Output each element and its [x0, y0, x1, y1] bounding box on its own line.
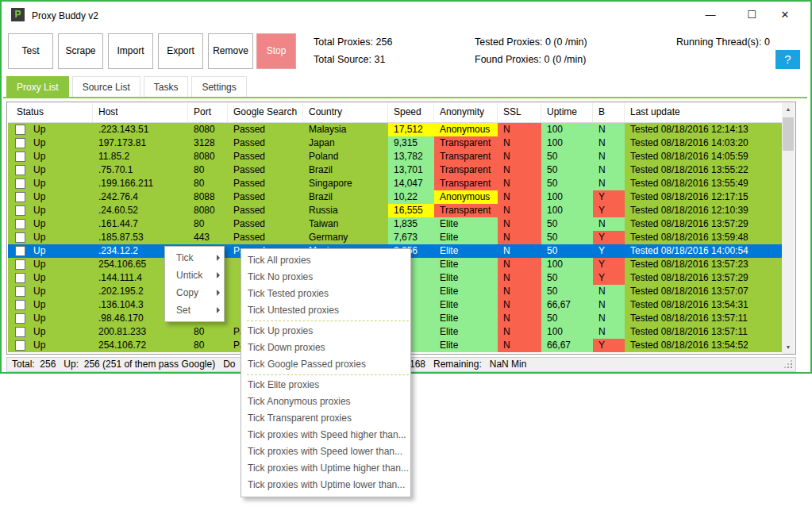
row-checkbox[interactable] — [15, 313, 25, 324]
column-header-host[interactable]: Host — [93, 103, 188, 122]
anonymity-cell: Transparent — [434, 177, 498, 190]
port-cell: 3128 — [188, 136, 228, 150]
column-header-last-update[interactable]: Last update — [625, 103, 783, 122]
row-checkbox[interactable] — [15, 327, 25, 337]
row-checkbox[interactable] — [15, 219, 25, 229]
port-cell: 80 — [188, 217, 228, 231]
country-cell: Brazil — [303, 190, 388, 204]
ssl-cell: N — [498, 244, 541, 258]
column-header-google-search[interactable]: Google Search — [228, 103, 303, 122]
menu-item-set[interactable]: Set — [165, 301, 224, 319]
submenu-item-tick-all-proxies[interactable]: Tick All proxies — [241, 252, 410, 269]
tab-tasks[interactable]: Tasks — [144, 76, 189, 97]
status-cell: Up — [8, 339, 93, 352]
row-checkbox[interactable] — [15, 340, 25, 351]
proxy-row[interactable]: Up.24.60.528080PassedRussia16,555Transpa… — [8, 204, 783, 217]
submenu-item-tick-untested-proxies[interactable]: Tick Untested proxies — [241, 302, 410, 319]
stop-button[interactable]: Stop — [256, 33, 296, 69]
proxy-row[interactable]: Up11.85.28080PassedPoland13,782Transpare… — [8, 150, 783, 163]
submenu-item-tick-proxies-with-speed-higher-than[interactable]: Tick proxies with Speed higher than... — [241, 427, 410, 443]
column-header-uptime[interactable]: Uptime — [541, 103, 593, 122]
tab-source-list[interactable]: Source List — [72, 76, 140, 97]
toolbar-button-test[interactable]: Test — [8, 33, 53, 69]
submenu-item-tick-proxies-with-uptime-lower-than[interactable]: Tick proxies with Uptime lower than... — [241, 477, 410, 493]
scroll-down-arrow[interactable]: ▼ — [782, 341, 795, 354]
proxy-row[interactable]: Up.185.87.53443PassedGermany7,673EliteN5… — [8, 231, 783, 244]
toolbar-button-scrape[interactable]: Scrape — [58, 33, 103, 69]
host-cell: .75.70.1 — [93, 163, 188, 177]
speed-cell: 7,673 — [388, 231, 434, 244]
uptime-cell: 50 — [541, 244, 593, 258]
status-cell: Up — [8, 150, 93, 163]
minimize-button[interactable]: — — [698, 7, 722, 23]
submenu-item-tick-up-proxies[interactable]: Tick Up proxies — [241, 323, 410, 340]
row-checkbox[interactable] — [15, 259, 25, 270]
toolbar-button-remove[interactable]: Remove — [208, 33, 253, 69]
total-source-stat: Total Source: 31 — [314, 54, 385, 65]
submenu-item-tick-down-proxies[interactable]: Tick Down proxies — [241, 340, 410, 356]
submenu-item-tick-google-passed-proxies[interactable]: Tick Google Passed proxies — [241, 356, 410, 373]
row-checkbox[interactable] — [15, 178, 25, 189]
submenu-item-tick-no-proxies[interactable]: Tick No proxies — [241, 269, 410, 286]
help-button[interactable]: ? — [775, 50, 800, 69]
port-cell: 8080 — [188, 150, 228, 163]
row-checkbox[interactable] — [15, 192, 25, 202]
submenu-item-tick-proxies-with-speed-lower-than[interactable]: Tick proxies with Speed lower than... — [241, 443, 410, 460]
last-update-cell: Tested 08/18/2016 13:54:31 — [625, 298, 783, 312]
row-checkbox[interactable] — [15, 246, 25, 256]
row-checkbox[interactable] — [15, 125, 25, 135]
anonymity-cell: Transparent — [434, 204, 498, 217]
submenu-item-tick-proxies-with-uptime-higher-than[interactable]: Tick proxies with Uptime higher than... — [241, 460, 410, 477]
submenu-item-tick-transparent-proxies[interactable]: Tick Transparent proxies — [241, 410, 410, 427]
maximize-button[interactable]: ☐ — [740, 7, 764, 23]
status-label: Up — [33, 258, 45, 271]
proxy-row[interactable]: Up.75.70.180PassedBrazil13,701Transparen… — [8, 163, 783, 177]
anonymity-cell: Elite — [434, 217, 498, 231]
resize-grip[interactable] — [784, 360, 792, 368]
window-title: Proxy Buddy v2 — [32, 10, 98, 21]
host-cell: 200.81.233 — [93, 325, 188, 339]
submenu-item-tick-anonymous-proxies[interactable]: Tick Anonymous proxies — [241, 393, 410, 410]
status-cell: Up — [8, 325, 93, 339]
row-checkbox[interactable] — [15, 205, 25, 216]
row-checkbox[interactable] — [15, 232, 25, 243]
row-checkbox[interactable] — [15, 300, 25, 310]
row-checkbox[interactable] — [15, 273, 25, 283]
row-checkbox[interactable] — [15, 152, 25, 162]
scroll-up-arrow[interactable]: ▲ — [782, 103, 795, 116]
anonymity-cell: Elite — [434, 231, 498, 244]
scrollbar-thumb[interactable] — [783, 117, 794, 151]
submenu-item-tick-elite-proxies[interactable]: Tick Elite proxies — [241, 377, 410, 393]
submenu-item-tick-tested-proxies[interactable]: Tick Tested proxies — [241, 286, 410, 302]
ssl-cell: N — [498, 190, 541, 204]
tab-proxy-list[interactable]: Proxy List — [6, 76, 69, 97]
uptime-cell: 50 — [541, 177, 593, 190]
row-checkbox[interactable] — [15, 286, 25, 297]
speed-cell: 9,315 — [388, 136, 434, 150]
close-button[interactable]: ✕ — [773, 7, 797, 23]
port-cell: 80 — [188, 339, 228, 352]
toolbar-button-export[interactable]: Export — [158, 33, 203, 69]
anonymity-cell: Elite — [434, 298, 498, 312]
vertical-scrollbar[interactable]: ▲ ▼ — [782, 103, 795, 354]
proxy-row[interactable]: Up.161.44.780PassedTaiwan1,835EliteN50NT… — [8, 217, 783, 231]
uptime-cell: 100 — [541, 325, 593, 339]
menu-item-copy[interactable]: Copy — [165, 284, 224, 301]
toolbar-button-import[interactable]: Import — [108, 33, 153, 69]
row-checkbox[interactable] — [15, 165, 25, 175]
menu-item-tick[interactable]: Tick — [165, 249, 224, 267]
tab-settings[interactable]: Settings — [191, 76, 246, 97]
column-header-port[interactable]: Port — [188, 103, 228, 122]
column-header-anonymity[interactable]: Anonymity — [434, 103, 498, 122]
proxy-row[interactable]: Up.242.76.48088PassedBrazil10,22Anonymou… — [8, 190, 783, 204]
proxy-row[interactable]: Up.223.143.518080PassedMalaysia17,512Ano… — [8, 123, 783, 136]
column-header-status[interactable]: Status — [8, 103, 93, 122]
menu-item-untick[interactable]: Untick — [165, 267, 224, 284]
row-checkbox[interactable] — [15, 138, 25, 148]
column-header-ssl[interactable]: SSL — [498, 103, 541, 122]
proxy-row[interactable]: Up197.173.813128PassedJapan9,315Transpar… — [8, 136, 783, 150]
column-header-b[interactable]: B — [593, 103, 625, 122]
column-header-country[interactable]: Country — [303, 103, 388, 122]
proxy-row[interactable]: Up.199.166.21180PassedSingapore14,047Tra… — [8, 177, 783, 190]
column-header-speed[interactable]: Speed — [388, 103, 434, 122]
